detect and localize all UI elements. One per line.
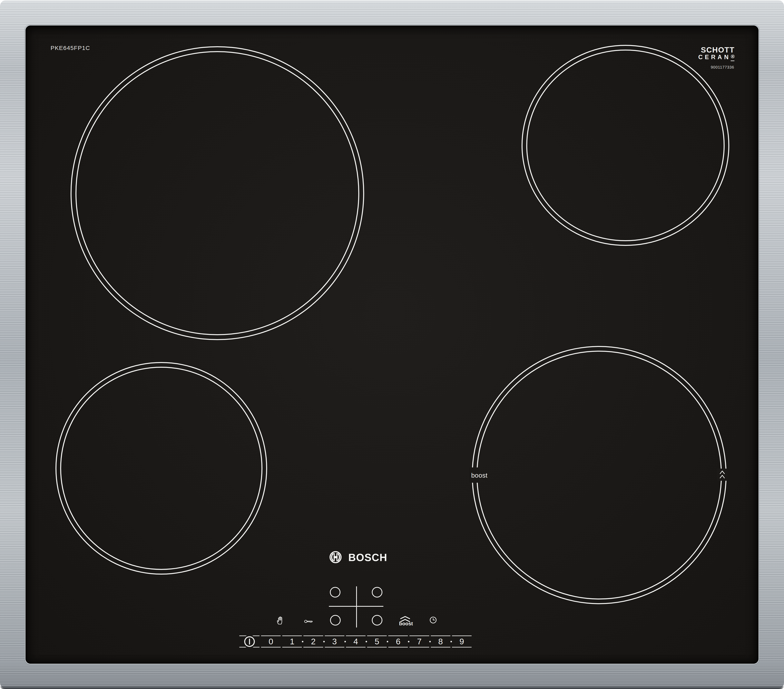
schott-text: SCHOTT <box>698 46 735 54</box>
hand-icon[interactable] <box>277 616 284 625</box>
bosch-wordmark: BOSCH <box>348 551 387 564</box>
level-separator-dot <box>302 641 303 642</box>
level-key-1[interactable]: 1 <box>282 636 302 648</box>
level-key-6[interactable]: 6 <box>388 636 408 648</box>
clock-icon[interactable] <box>430 616 437 624</box>
level-separator-dot <box>408 641 409 642</box>
level-separator-dot <box>387 641 388 642</box>
level-key-0[interactable]: 0 <box>261 636 281 648</box>
burner-back-left <box>71 46 364 340</box>
level-key-4[interactable]: 4 <box>346 636 366 648</box>
power-key[interactable] <box>239 636 260 648</box>
burner-back-right <box>522 45 729 246</box>
burner-inner-ring <box>526 49 725 241</box>
power-level-slider[interactable]: 0 1 2 3 4 5 6 7 8 9 <box>239 636 471 648</box>
serial-number-label: 9001177336 <box>698 65 735 69</box>
key-icon[interactable] <box>304 619 313 624</box>
chevron-double-up-icon <box>720 470 725 479</box>
burner-inner-ring <box>60 367 262 570</box>
burner-front-left <box>56 362 267 575</box>
level-key-7[interactable]: 7 <box>409 636 429 648</box>
level-separator-dot <box>366 641 367 642</box>
burner-boost-label: boost <box>471 472 488 479</box>
burner-inner-ring <box>76 51 359 335</box>
level-key-3[interactable]: 3 <box>325 636 344 648</box>
model-number-label: PKE645FP1C <box>51 44 90 51</box>
schott-ceran-logo: SCHOTT CERAN® 9001177336 <box>698 46 735 69</box>
zone-select-back-right[interactable] <box>372 587 382 597</box>
level-separator-dot <box>430 641 431 642</box>
bosch-logo: BOSCH <box>329 551 387 564</box>
level-key-5[interactable]: 5 <box>367 636 387 648</box>
level-key-2[interactable]: 2 <box>303 636 323 648</box>
zone-cross-icon <box>329 606 384 607</box>
zone-select-back-left[interactable] <box>330 587 341 597</box>
bosch-armature-icon <box>329 551 342 564</box>
ceran-text: CERAN® <box>698 54 735 60</box>
burner-front-right <box>472 346 726 604</box>
level-separator-dot <box>323 641 325 642</box>
level-separator-dot <box>451 641 452 642</box>
burner-inner-ring <box>476 351 722 599</box>
level-key-8[interactable]: 8 <box>431 636 450 648</box>
power-icon[interactable] <box>243 635 256 648</box>
boost-key-label[interactable]: boost <box>399 621 411 627</box>
zone-select-front-left[interactable] <box>330 615 341 625</box>
cooktop-product-image: boost PKE645FP1C SCHOTT CERAN® 900117733… <box>0 0 784 689</box>
level-key-9[interactable]: 9 <box>452 636 471 648</box>
zone-select-front-right[interactable] <box>372 615 382 625</box>
level-separator-dot <box>344 641 346 642</box>
zone-cross-icon <box>356 586 357 628</box>
registered-trademark-icon: ® <box>731 53 735 59</box>
